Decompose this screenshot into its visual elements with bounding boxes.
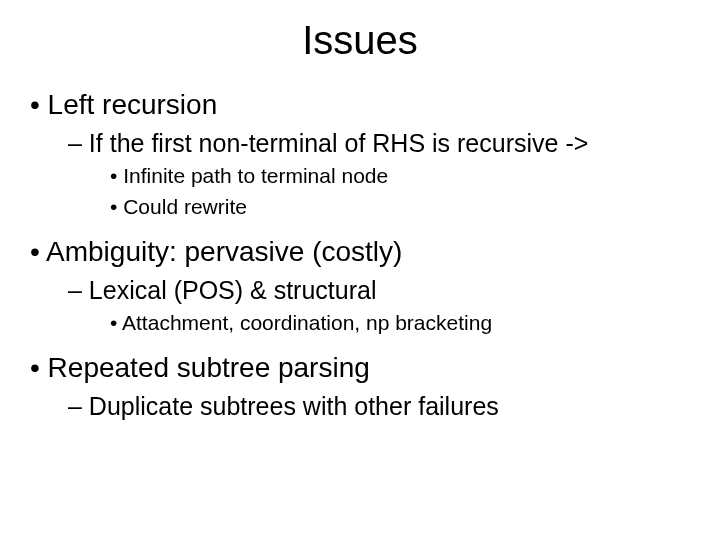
list-item: If the first non-terminal of RHS is recu… [68,128,720,159]
list-item: Could rewrite [110,194,720,220]
list-item: Attachment, coordination, np bracketing [110,310,720,336]
list-item: Duplicate subtrees with other failures [68,391,720,422]
list-item: Ambiguity: pervasive (costly) [30,234,720,269]
list-item: Infinite path to terminal node [110,163,720,189]
list-item: Left recursion [30,87,720,122]
slide: Issues Left recursion If the first non-t… [0,0,720,540]
slide-title: Issues [0,0,720,73]
list-item: Lexical (POS) & structural [68,275,720,306]
list-item: Repeated subtree parsing [30,350,720,385]
bullet-list: Left recursion If the first non-terminal… [0,87,720,423]
